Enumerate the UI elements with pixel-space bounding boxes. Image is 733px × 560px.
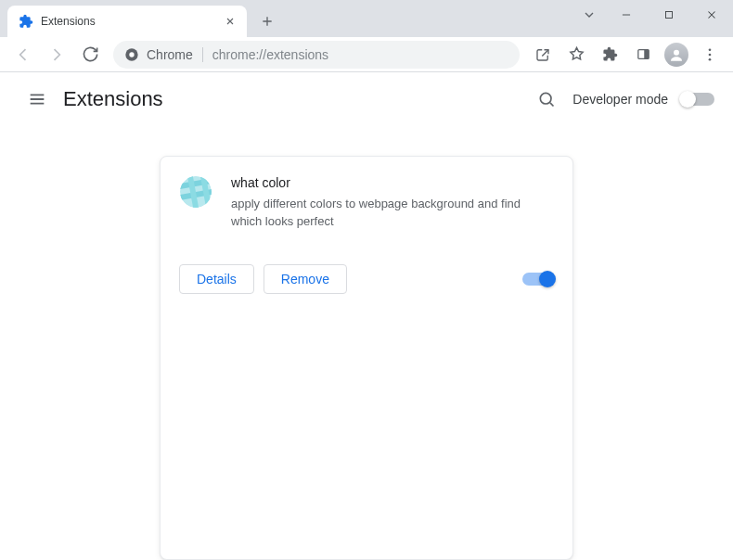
reload-button[interactable] <box>74 39 106 70</box>
card-actions: Details Remove <box>179 264 554 294</box>
extension-name: what color <box>231 175 554 190</box>
puzzle-icon <box>19 14 33 29</box>
minimize-button[interactable] <box>605 0 648 30</box>
share-button[interactable] <box>527 39 559 70</box>
svg-point-9 <box>709 57 712 60</box>
maximize-button[interactable] <box>648 0 690 30</box>
extensions-button[interactable] <box>594 39 625 70</box>
browser-window: Extensions <box>0 0 733 560</box>
svg-point-2 <box>129 52 134 57</box>
tab-title: Extensions <box>41 15 223 28</box>
toggle-knob <box>679 91 696 108</box>
toggle-knob <box>539 271 556 287</box>
tab-dropdown-button[interactable] <box>573 0 605 30</box>
omnibox-url: chrome://extensions <box>212 47 328 62</box>
toolbar: Chrome chrome://extensions <box>0 37 733 72</box>
extension-enable-toggle[interactable] <box>522 273 554 286</box>
svg-point-8 <box>709 53 712 56</box>
menu-button[interactable] <box>694 39 726 70</box>
extension-icon <box>179 175 212 209</box>
profile-button[interactable] <box>661 39 692 70</box>
tab-close-button[interactable] <box>223 14 238 29</box>
bookmark-button[interactable] <box>560 39 592 70</box>
card-text: what color apply different colors to web… <box>231 175 554 231</box>
back-button[interactable] <box>7 39 39 70</box>
svg-point-10 <box>541 93 552 104</box>
active-tab[interactable]: Extensions <box>7 6 247 37</box>
details-button[interactable]: Details <box>179 264 254 294</box>
page-title: Extensions <box>63 87 163 111</box>
omnibox-separator <box>202 47 203 62</box>
forward-button[interactable] <box>41 39 72 70</box>
omnibox-label: Chrome <box>147 47 193 62</box>
extension-card: what color apply different colors to web… <box>160 156 573 560</box>
address-bar[interactable]: Chrome chrome://extensions <box>113 41 520 69</box>
svg-point-7 <box>709 48 712 51</box>
developer-mode-toggle[interactable] <box>681 93 714 106</box>
svg-point-6 <box>674 49 679 55</box>
window-controls <box>573 0 733 37</box>
sidepanel-button[interactable] <box>627 39 659 70</box>
titlebar: Extensions <box>0 0 733 37</box>
search-button[interactable] <box>534 86 559 112</box>
remove-button[interactable]: Remove <box>264 264 347 294</box>
page-content: Extensions Developer mode <box>0 72 733 560</box>
avatar-icon <box>664 43 688 67</box>
close-window-button[interactable] <box>690 0 733 30</box>
extensions-list: what color apply different colors to web… <box>0 126 733 560</box>
new-tab-button[interactable] <box>254 8 280 34</box>
chrome-icon <box>124 47 139 62</box>
svg-rect-0 <box>666 12 673 19</box>
hamburger-menu-button[interactable] <box>19 81 56 118</box>
extension-description: apply different colors to webpage backgr… <box>231 196 554 231</box>
card-top: what color apply different colors to web… <box>179 175 554 231</box>
developer-mode-label: Developer mode <box>572 92 668 107</box>
page-header: Extensions Developer mode <box>0 72 733 126</box>
svg-rect-5 <box>644 50 648 59</box>
header-right: Developer mode <box>534 86 714 112</box>
